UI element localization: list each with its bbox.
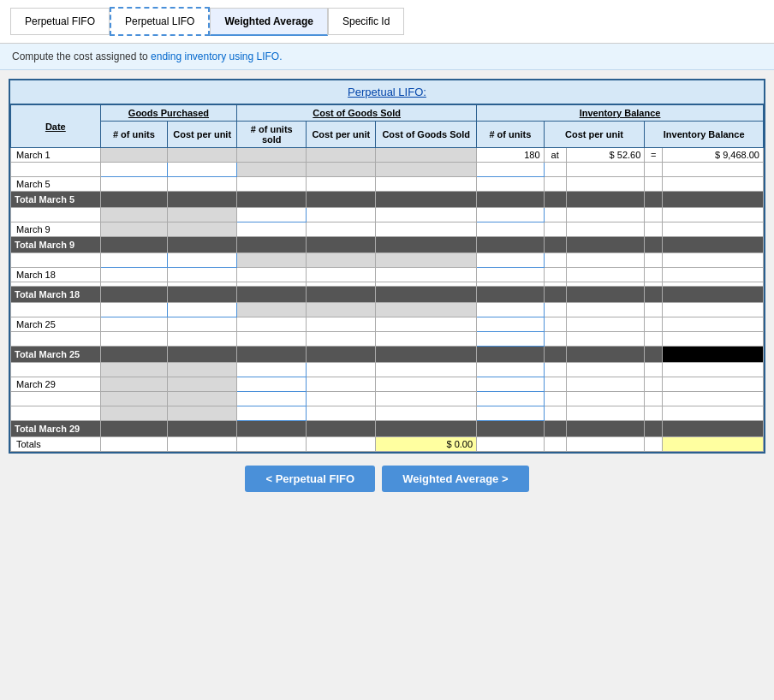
units-sold-header: # of units sold	[237, 122, 307, 148]
m9-ib2	[663, 222, 764, 237]
m29-sold-units-field2[interactable]	[241, 379, 302, 389]
m9-inv-u1[interactable]	[477, 208, 544, 222]
m25-inv-units-field3[interactable]	[480, 334, 539, 344]
m25-ib3	[663, 332, 764, 347]
m29-sold-units-field1[interactable]	[241, 365, 302, 375]
tab-specific-id[interactable]: Specific Id	[328, 8, 404, 35]
totals-label: Totals	[11, 437, 101, 452]
m18-inv-units-field1[interactable]	[480, 255, 539, 265]
march1-at: at	[544, 148, 566, 163]
total-march29-label: Total March 29	[11, 421, 101, 437]
m25-ic1	[566, 303, 645, 317]
march1-gp-units	[100, 148, 167, 163]
tm29-ib	[663, 421, 764, 437]
m25-gs1	[376, 303, 477, 317]
totals-gs: $ 0.00	[376, 437, 477, 452]
m25-at3	[544, 332, 566, 347]
totals-row: Totals $ 0.00	[11, 437, 764, 452]
march5-gp-units-field[interactable]	[104, 164, 164, 175]
m25-gp-units-field1[interactable]	[104, 305, 164, 315]
m25-sold-c2	[307, 317, 376, 332]
march5-gp-cost-input[interactable]	[168, 163, 237, 177]
cost-per-unit-header: Cost per unit	[168, 122, 237, 148]
m29-sold-u3[interactable]	[237, 392, 307, 406]
march5-gp-c2	[168, 177, 237, 192]
m25-eq2	[645, 317, 663, 332]
m25-inv-u3[interactable]	[477, 332, 544, 347]
m18-gp-units-field1[interactable]	[104, 255, 164, 265]
m18-gs1	[376, 253, 477, 268]
m29-sold-units-field3[interactable]	[241, 394, 302, 404]
m29-ib2	[663, 377, 764, 392]
march5-gs2	[376, 177, 477, 192]
tm29-c2	[307, 421, 376, 437]
march5-input-row1	[11, 163, 764, 177]
m25-gp-cost-field1[interactable]	[171, 305, 233, 315]
m29-inv-u2[interactable]	[477, 377, 544, 392]
m18-gp-c1[interactable]	[168, 253, 237, 268]
m29-gp-c4	[168, 406, 237, 421]
m29-gp-u2	[100, 377, 167, 392]
m9-ic1	[566, 208, 645, 222]
m25-inv-u1[interactable]	[477, 303, 544, 317]
m18-ic2	[566, 268, 645, 282]
march29-row3	[11, 392, 764, 406]
march5-gp-units-input[interactable]	[100, 163, 167, 177]
march1-sold-units	[237, 148, 307, 163]
tab-weighted-average[interactable]: Weighted Average	[210, 8, 328, 36]
m29-gs1	[376, 363, 477, 377]
m29-inv-u3[interactable]	[477, 392, 544, 406]
m25-at2	[544, 317, 566, 332]
m25-gp-c1[interactable]	[168, 303, 237, 317]
prev-button[interactable]: < Perpetual FIFO	[245, 466, 375, 492]
tm5-c1	[168, 192, 237, 208]
march5-inv-units-1[interactable]	[477, 163, 544, 177]
m25-inv-units-field1[interactable]	[480, 305, 539, 315]
next-button[interactable]: Weighted Average >	[382, 466, 528, 492]
m25-ic3	[566, 332, 645, 347]
m29-sold-u2[interactable]	[237, 377, 307, 392]
totals-ib	[663, 437, 764, 452]
main-content: Perpetual LIFO: Date Goods Purchased	[0, 70, 774, 501]
m29-at4	[544, 406, 566, 421]
m18-gp-cost-field1[interactable]	[171, 255, 233, 265]
tab-perpetual-lifo[interactable]: Perpetual LIFO	[110, 7, 210, 36]
march5-at1	[544, 163, 566, 177]
m9-inv-units-field[interactable]	[480, 210, 539, 220]
m25-ib2	[663, 317, 764, 332]
m9-sold-u1[interactable]	[237, 208, 307, 222]
march29-label: March 29	[11, 377, 101, 392]
m29-inv-units-field4[interactable]	[480, 408, 539, 418]
tm18-ic	[566, 287, 645, 303]
m25-inv-units-field2[interactable]	[480, 319, 539, 329]
march9-input-row1	[11, 208, 764, 222]
totals-ic	[566, 437, 645, 452]
tab-perpetual-fifo[interactable]: Perpetual FIFO	[10, 8, 110, 35]
m29-inv-units-field1[interactable]	[480, 365, 539, 375]
tm9-gs	[376, 237, 477, 253]
march5-inv-units-field1[interactable]	[480, 164, 539, 175]
total-march5-row: Total March 5	[11, 192, 764, 208]
m25-inv-u2[interactable]	[477, 317, 544, 332]
tm18-u1	[100, 287, 167, 303]
m29-sold-units-field4[interactable]	[241, 408, 302, 418]
m25-gp-u1[interactable]	[100, 303, 167, 317]
m29-inv-units-field3[interactable]	[480, 394, 539, 404]
m18-gp-u2	[100, 268, 167, 282]
m29-sold-u1[interactable]	[237, 363, 307, 377]
m29-inv-u4[interactable]	[477, 406, 544, 421]
march9-date-empty	[11, 208, 101, 222]
march5-gp-cost-field[interactable]	[171, 164, 233, 175]
tm25-ic	[566, 347, 645, 363]
m9-sold-c2	[307, 222, 376, 237]
tm5-c2	[307, 192, 376, 208]
m18-gp-u1[interactable]	[100, 253, 167, 268]
march5-label-row: March 5	[11, 177, 764, 192]
m29-sold-u4[interactable]	[237, 406, 307, 421]
m29-inv-units-field2[interactable]	[480, 379, 539, 389]
m18-inv-u1[interactable]	[477, 253, 544, 268]
m29-at2	[544, 377, 566, 392]
march29-row4	[11, 406, 764, 421]
m29-inv-u1[interactable]	[477, 363, 544, 377]
m9-sold-units-field[interactable]	[241, 210, 302, 220]
